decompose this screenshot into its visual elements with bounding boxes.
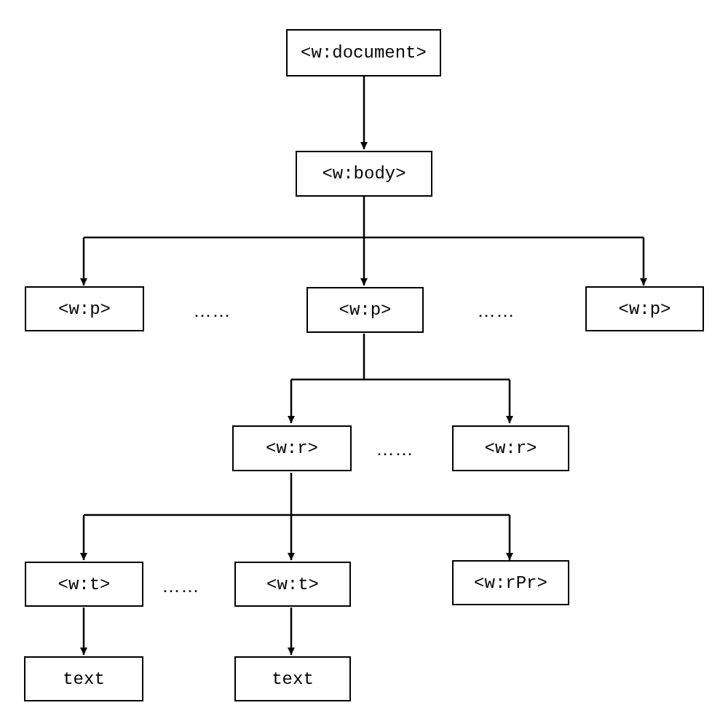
node-text-mid: text	[234, 656, 351, 701]
node-body: <w:body>	[296, 151, 432, 197]
node-p-left: <w:p>	[25, 286, 144, 331]
ellipsis-t: ……	[162, 577, 200, 597]
ellipsis-p-right: ……	[478, 302, 515, 321]
diagram-canvas: <w:document> <w:body> <w:p> <w:p> <w:p> …	[0, 0, 728, 708]
ellipsis-p-left: ……	[194, 302, 232, 321]
node-t-left: <w:t>	[25, 562, 143, 607]
node-p-mid: <w:p>	[306, 287, 424, 333]
node-text-left: text	[24, 656, 143, 701]
node-document: <w:document>	[286, 29, 441, 76]
ellipsis-r: ……	[376, 440, 414, 460]
node-r-right: <w:r>	[452, 425, 569, 471]
node-t-mid: <w:t>	[234, 562, 351, 607]
node-r-left: <w:r>	[232, 425, 352, 471]
node-rpr: <w:rPr>	[452, 560, 569, 605]
node-p-right: <w:p>	[585, 286, 704, 331]
